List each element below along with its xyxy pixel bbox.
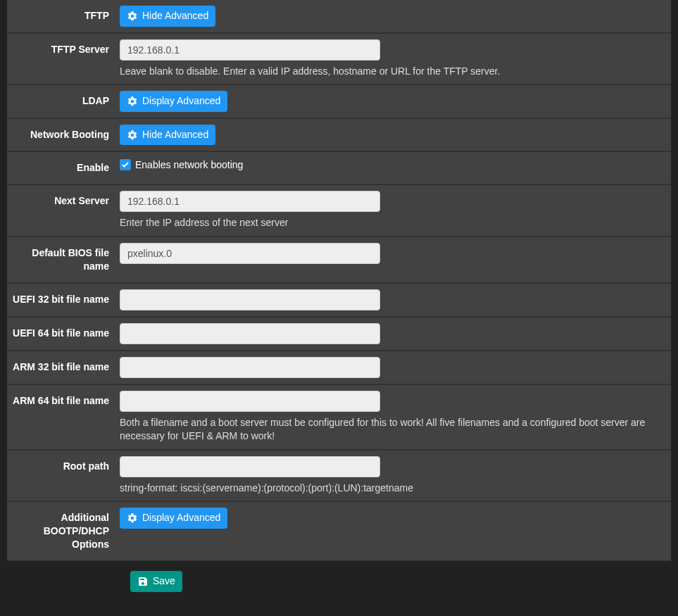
row-uefi32: UEFI 32 bit file name (7, 283, 671, 317)
gear-icon (127, 513, 138, 524)
next-server-input[interactable] (120, 191, 380, 212)
bootp-display-advanced-button[interactable]: Display Advanced (120, 508, 227, 529)
label-network-booting: Network Booting (7, 125, 120, 146)
gear-icon (127, 11, 138, 22)
row-arm64: ARM 64 bit file name Both a filename and… (7, 384, 671, 450)
label-uefi32: UEFI 32 bit file name (7, 289, 120, 310)
netboot-hide-advanced-button[interactable]: Hide Advanced (120, 125, 215, 146)
row-network-booting: Network Booting Hide Advanced (7, 118, 671, 152)
row-default-bios: Default BIOS file name (7, 237, 671, 283)
label-default-bios: Default BIOS file name (7, 243, 120, 277)
next-server-help: Enter the IP address of the next server (120, 216, 660, 230)
label-root-path: Root path (7, 456, 120, 496)
label-tftp-server: TFTP Server (7, 39, 120, 79)
row-next-server: Next Server Enter the IP address of the … (7, 184, 671, 237)
arm64-input[interactable] (120, 391, 380, 412)
tftp-server-help: Leave blank to disable. Enter a valid IP… (120, 65, 660, 79)
row-enable: Enable Enables network booting (7, 151, 671, 184)
save-row: Save (7, 561, 671, 599)
label-ldap: LDAP (7, 91, 120, 112)
uefi64-input[interactable] (120, 323, 380, 344)
label-tftp: TFTP (7, 6, 120, 27)
netboot-button-label: Hide Advanced (142, 128, 208, 142)
arm64-help: Both a filename and a boot server must b… (120, 416, 660, 444)
row-root-path: Root path string-format: iscsi:(serverna… (7, 450, 671, 502)
tftp-server-input[interactable] (120, 39, 380, 61)
save-button-label: Save (153, 574, 175, 589)
bootp-button-label: Display Advanced (142, 511, 220, 525)
root-path-input[interactable] (120, 456, 380, 477)
enable-checkbox-label: Enables network booting (135, 159, 243, 170)
ldap-display-advanced-button[interactable]: Display Advanced (120, 91, 227, 112)
label-arm64: ARM 64 bit file name (7, 391, 120, 444)
ldap-button-label: Display Advanced (142, 94, 220, 108)
row-bootp: Additional BOOTP/DHCP Options Display Ad… (7, 501, 671, 561)
label-arm32: ARM 32 bit file name (7, 357, 120, 378)
label-enable: Enable (7, 158, 120, 178)
row-uefi64: UEFI 64 bit file name (7, 317, 671, 351)
label-next-server: Next Server (7, 191, 120, 230)
tftp-hide-advanced-button[interactable]: Hide Advanced (120, 6, 215, 27)
row-tftp: TFTP Hide Advanced (7, 0, 671, 33)
tftp-button-label: Hide Advanced (142, 9, 208, 23)
default-bios-input[interactable] (120, 243, 380, 264)
gear-icon (127, 130, 138, 141)
arm32-input[interactable] (120, 357, 380, 378)
uefi32-input[interactable] (120, 289, 380, 310)
enable-checkbox[interactable] (120, 159, 131, 170)
label-uefi64: UEFI 64 bit file name (7, 323, 120, 344)
label-bootp: Additional BOOTP/DHCP Options (7, 508, 120, 555)
gear-icon (127, 96, 138, 107)
save-button[interactable]: Save (130, 571, 182, 592)
row-tftp-server: TFTP Server Leave blank to disable. Ente… (7, 33, 671, 85)
root-path-help: string-format: iscsi:(servername):(proto… (120, 482, 660, 496)
row-ldap: LDAP Display Advanced (7, 84, 671, 118)
row-arm32: ARM 32 bit file name (7, 351, 671, 384)
save-icon (137, 576, 149, 587)
